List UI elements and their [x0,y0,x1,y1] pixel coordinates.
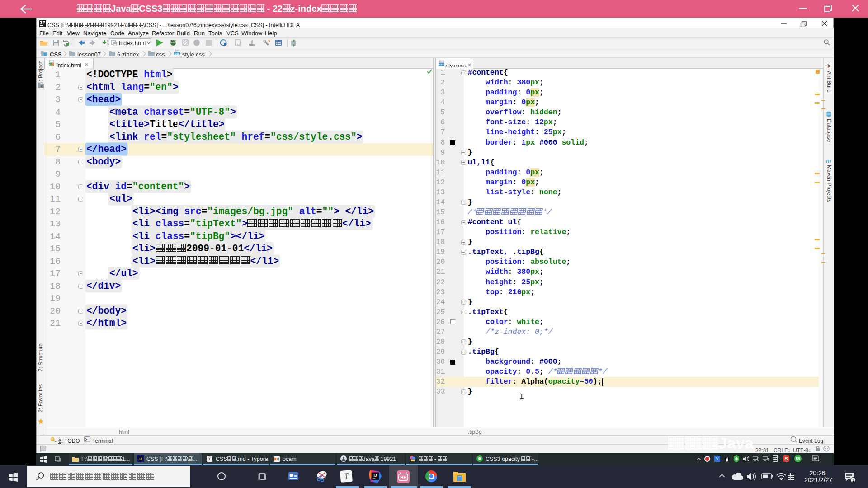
svg-text:H: H [49,63,51,66]
svg-text:IJ: IJ [373,473,377,478]
svg-text:css: css [439,63,444,66]
svg-text:IJ: IJ [139,457,142,460]
svg-text:css: css [175,52,179,55]
svg-text:1: 1 [852,478,854,483]
svg-text:T: T [208,457,211,461]
